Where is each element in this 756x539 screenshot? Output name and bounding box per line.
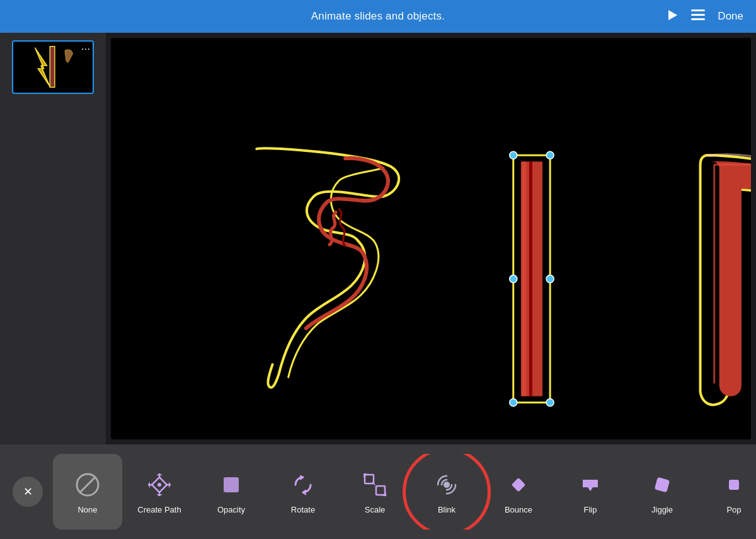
slide-thumbnail-1[interactable]: ⋯ [12, 40, 94, 94]
canvas-area[interactable] [111, 38, 751, 439]
list-button[interactable] [691, 9, 705, 24]
tool-opacity-label: Opacity [217, 505, 245, 514]
svg-point-16 [546, 399, 554, 407]
tool-rotate[interactable]: Rotate [268, 454, 338, 530]
svg-point-12 [546, 151, 554, 159]
tool-blink[interactable]: Blink [412, 454, 481, 530]
svg-rect-29 [512, 477, 526, 492]
tool-none[interactable]: None [53, 454, 122, 530]
svg-point-11 [510, 151, 517, 159]
svg-rect-24 [224, 477, 239, 492]
pop-icon [719, 470, 743, 500]
tools-scroll: None Create Path [53, 454, 743, 530]
tool-pop-label: Pop [726, 505, 741, 514]
close-button[interactable]: ✕ [13, 477, 43, 507]
tool-rotate-label: Rotate [291, 505, 315, 514]
opacity-icon [216, 470, 246, 500]
rotate-icon [288, 470, 318, 500]
tool-jiggle[interactable]: Jiggle [627, 454, 697, 530]
svg-rect-10 [522, 161, 526, 396]
svg-point-28 [444, 482, 450, 488]
tool-scale[interactable]: Scale [340, 454, 410, 530]
create-path-icon [144, 470, 175, 500]
tool-flip-label: Flip [584, 505, 597, 514]
sidebar: ⋯ 1 [0, 33, 106, 444]
svg-point-15 [510, 399, 517, 407]
tool-create-path[interactable]: Create Path [125, 454, 194, 530]
svg-rect-6 [111, 38, 751, 439]
svg-rect-5 [50, 47, 55, 88]
tool-blink-label: Blink [438, 505, 455, 514]
bounce-icon [503, 470, 534, 500]
header: Animate slides and objects. Done [0, 0, 756, 33]
tool-pop[interactable]: Pop [699, 454, 743, 530]
tool-opacity[interactable]: Opacity [197, 454, 266, 530]
svg-rect-2 [691, 14, 705, 16]
flip-icon [575, 470, 605, 500]
thumbnail-menu-button[interactable]: ⋯ [81, 44, 90, 54]
header-title: Animate slides and objects. [311, 10, 445, 23]
svg-rect-9 [529, 161, 532, 396]
svg-rect-1 [691, 9, 705, 11]
tool-bounce-label: Bounce [505, 505, 532, 514]
svg-point-13 [510, 275, 517, 282]
svg-rect-31 [729, 480, 739, 490]
bottom-toolbar: ✕ None [0, 444, 756, 539]
close-icon: ✕ [23, 485, 33, 499]
tool-scale-label: Scale [365, 505, 386, 514]
svg-rect-30 [655, 477, 670, 492]
blink-icon [432, 470, 462, 500]
play-button[interactable] [666, 9, 679, 25]
svg-rect-3 [691, 18, 705, 20]
tool-flip[interactable]: Flip [556, 454, 625, 530]
main-layout: ⋯ 1 [0, 33, 756, 444]
tool-jiggle-label: Jiggle [651, 505, 673, 514]
svg-point-23 [158, 483, 161, 487]
svg-marker-0 [668, 10, 677, 20]
none-icon [72, 470, 103, 500]
done-button[interactable]: Done [718, 10, 743, 23]
tool-create-path-label: Create Path [137, 505, 181, 514]
tool-bounce[interactable]: Bounce [484, 454, 553, 530]
scale-icon [360, 470, 390, 500]
svg-point-14 [546, 275, 554, 282]
header-actions: Done [666, 9, 743, 25]
svg-rect-25 [365, 475, 374, 484]
tool-none-label: None [77, 505, 97, 514]
svg-rect-26 [376, 486, 385, 495]
svg-line-18 [79, 477, 96, 493]
jiggle-icon [647, 470, 677, 500]
